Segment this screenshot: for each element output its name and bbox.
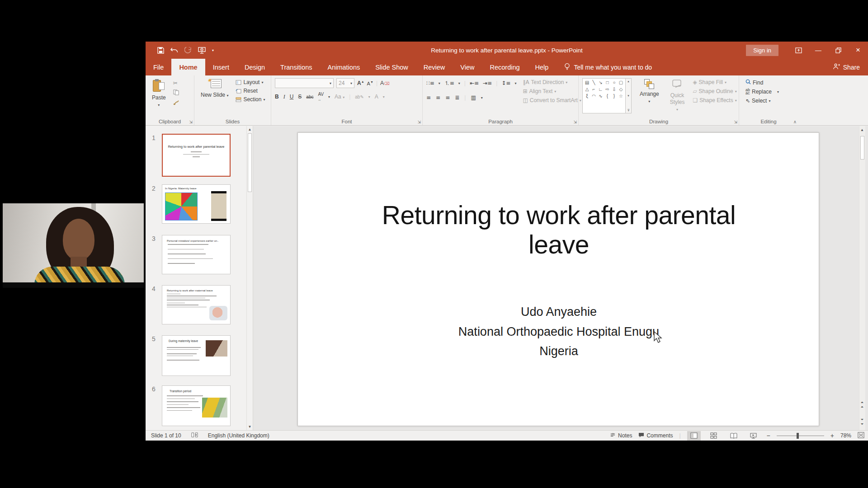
thumbnail-slide-1[interactable]: Returning to work after parental leave bbox=[162, 134, 231, 177]
fit-slide-to-window-icon[interactable] bbox=[858, 432, 864, 440]
increase-indent-icon[interactable]: ⇥≡ bbox=[483, 80, 492, 86]
layout-button[interactable]: Layout▾ bbox=[236, 79, 265, 85]
numbering-icon[interactable]: ⒈≡ bbox=[444, 80, 454, 87]
collapse-ribbon-icon[interactable]: ∧ bbox=[793, 119, 797, 124]
shape-effects-button[interactable]: ❑Shape Effects▾ bbox=[693, 97, 736, 103]
tab-animations[interactable]: Animations bbox=[320, 59, 368, 75]
cut-icon[interactable]: ✂ bbox=[173, 80, 179, 86]
clear-formatting-icon[interactable]: A⌫ bbox=[380, 80, 390, 86]
share-button[interactable]: Share bbox=[833, 59, 860, 75]
previous-slide-icon[interactable]: ⏶⏶ bbox=[859, 400, 865, 409]
thumbnail-slide-5[interactable]: During maternity leave bbox=[162, 335, 231, 376]
undo-icon[interactable] bbox=[170, 47, 178, 53]
justify-icon[interactable]: ≣ bbox=[455, 94, 459, 101]
format-painter-icon[interactable] bbox=[173, 100, 179, 107]
slide-sorter-view-button[interactable] bbox=[707, 431, 721, 441]
thumbnail-slide-6[interactable]: Transition period bbox=[162, 385, 231, 426]
scroll-up-icon[interactable]: ▲ bbox=[247, 127, 253, 131]
shape-fill-button[interactable]: ◈Shape Fill▾ bbox=[693, 79, 736, 85]
thumbnail-scrollbar-thumb[interactable] bbox=[248, 133, 252, 192]
font-size-combo[interactable]: 24▾ bbox=[336, 78, 354, 88]
align-left-icon[interactable]: ≡ bbox=[426, 94, 431, 101]
character-spacing-icon[interactable]: AV↔ bbox=[318, 92, 324, 102]
tab-recording[interactable]: Recording bbox=[482, 59, 527, 75]
canvas-scroll-up-icon[interactable]: ▲ bbox=[859, 128, 865, 132]
paste-button[interactable]: Paste▾ bbox=[149, 78, 169, 109]
zoom-out-icon[interactable]: − bbox=[767, 432, 770, 439]
font-color-icon[interactable]: A bbox=[375, 94, 378, 100]
italic-button[interactable]: I bbox=[283, 94, 285, 100]
font-name-combo[interactable]: ▾ bbox=[275, 78, 334, 88]
line-spacing-icon[interactable]: ↕≡ bbox=[501, 80, 510, 86]
bullets-icon[interactable]: ∷≡ bbox=[426, 80, 434, 86]
start-slideshow-icon[interactable] bbox=[198, 47, 206, 54]
find-button[interactable]: Find bbox=[745, 79, 794, 86]
abc-strike-icon[interactable]: abc bbox=[306, 94, 313, 99]
reading-view-button[interactable] bbox=[727, 431, 741, 441]
canvas-scrollbar-thumb[interactable] bbox=[860, 136, 864, 160]
clipboard-dialog-launcher[interactable]: ⇲ bbox=[189, 120, 193, 124]
slide-indicator[interactable]: Slide 1 of 10 bbox=[151, 432, 181, 439]
sign-in-button[interactable]: Sign in bbox=[746, 45, 778, 56]
bold-button[interactable]: B bbox=[275, 94, 279, 100]
tell-me-box[interactable]: Tell me what you want to do bbox=[564, 59, 652, 75]
tab-home[interactable]: Home bbox=[171, 59, 205, 75]
thumbnail-slide-2[interactable]: In Nigeria: Maternity leave bbox=[162, 184, 231, 224]
next-slide-icon[interactable]: ⏷⏷ bbox=[859, 418, 865, 427]
slide-title[interactable]: Returning to work after parental leave bbox=[355, 201, 762, 259]
copy-icon[interactable] bbox=[173, 89, 179, 97]
spellcheck-icon[interactable] bbox=[191, 432, 198, 439]
scroll-down-icon[interactable]: ▼ bbox=[247, 425, 253, 429]
tab-slide-show[interactable]: Slide Show bbox=[368, 59, 416, 75]
replace-button[interactable]: abac Replace▾ bbox=[745, 89, 794, 95]
columns-icon[interactable]: ▥ bbox=[471, 94, 476, 101]
shape-outline-button[interactable]: ▱Shape Outline▾ bbox=[693, 88, 736, 94]
thumbnail-scrollbar[interactable]: ▲ ▼ bbox=[246, 126, 253, 430]
strikethrough-button[interactable]: S bbox=[298, 94, 302, 100]
tab-view[interactable]: View bbox=[453, 59, 482, 75]
select-button[interactable]: ⇖ Select▾ bbox=[745, 98, 794, 104]
align-right-icon[interactable]: ≡ bbox=[445, 94, 450, 101]
tab-transitions[interactable]: Transitions bbox=[273, 59, 320, 75]
underline-button[interactable]: U bbox=[290, 94, 294, 100]
thumbnail-slide-3[interactable]: Personal mistakes/ experiences earlier o… bbox=[162, 235, 231, 274]
tab-help[interactable]: Help bbox=[528, 59, 557, 75]
save-icon[interactable] bbox=[157, 47, 164, 54]
convert-smartart-button[interactable]: ◫Convert to SmartArt▾ bbox=[523, 97, 581, 103]
zoom-slider[interactable] bbox=[777, 431, 824, 441]
arrange-button[interactable]: Arrange▾ bbox=[637, 78, 662, 113]
align-text-button[interactable]: ⊞Align Text▾ bbox=[523, 88, 581, 94]
reset-button[interactable]: Reset bbox=[236, 88, 265, 94]
decrease-font-size-icon[interactable]: A▼ bbox=[367, 80, 373, 86]
current-slide[interactable]: Returning to work after parental leave U… bbox=[297, 132, 819, 426]
ribbon-display-options-icon[interactable] bbox=[788, 42, 808, 59]
comments-button[interactable]: Comments bbox=[638, 432, 673, 439]
tab-design[interactable]: Design bbox=[237, 59, 273, 75]
text-direction-button[interactable]: ∥AText Direction▾ bbox=[523, 79, 581, 85]
customize-qat-icon[interactable]: ▾ bbox=[212, 48, 214, 52]
drawing-dialog-launcher[interactable]: ⇲ bbox=[734, 120, 737, 124]
tab-insert[interactable]: Insert bbox=[205, 59, 237, 75]
align-center-icon[interactable]: ≡ bbox=[436, 94, 440, 101]
decrease-indent-icon[interactable]: ⇤≡ bbox=[470, 80, 479, 86]
new-slide-button[interactable]: ✷ New Slide ▾ bbox=[198, 78, 231, 103]
restore-button[interactable] bbox=[828, 42, 848, 59]
shape-gallery[interactable]: ▤╲↘□○▢ △⌐∟⇨⇩◇ ξ◠∿{}☆ bbox=[582, 78, 626, 113]
tab-file[interactable]: File bbox=[146, 59, 171, 75]
increase-font-size-icon[interactable]: A▲ bbox=[357, 80, 364, 86]
close-button[interactable]: × bbox=[848, 42, 868, 59]
section-button[interactable]: Section▾ bbox=[236, 96, 265, 103]
normal-view-button[interactable] bbox=[687, 431, 701, 441]
zoom-in-icon[interactable]: + bbox=[830, 432, 834, 439]
canvas-scrollbar[interactable]: ▲ ⏶⏶ ⏷⏷ bbox=[857, 126, 865, 430]
language-indicator[interactable]: English (United Kingdom) bbox=[208, 432, 269, 439]
minimize-button[interactable]: — bbox=[808, 42, 828, 59]
notes-button[interactable]: Notes bbox=[610, 432, 632, 439]
highlight-color-icon[interactable]: ab✎ bbox=[355, 94, 364, 99]
shape-gallery-scroll[interactable]: ▴▾⊽ bbox=[626, 78, 632, 113]
change-case-icon[interactable]: Aa ▾ bbox=[335, 94, 344, 100]
font-dialog-launcher[interactable]: ⇲ bbox=[417, 120, 421, 124]
slide-subtitle[interactable]: Udo Anyaehie National Orthopaedic Hospit… bbox=[355, 302, 762, 361]
zoom-level[interactable]: 78% bbox=[840, 432, 851, 439]
zoom-slider-knob[interactable] bbox=[797, 433, 799, 439]
